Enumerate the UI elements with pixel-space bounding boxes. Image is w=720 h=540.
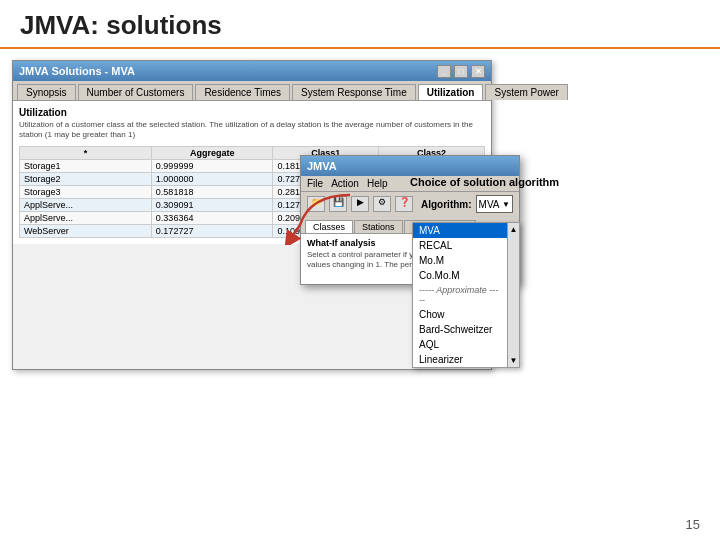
col-header-star: *	[20, 146, 152, 159]
algorithm-dropdown-list[interactable]: MVARECALMo.MCo.Mo.M----- Approximate ---…	[412, 222, 520, 368]
algo-popup-title: JMVA	[307, 160, 337, 172]
maximize-icon: □	[459, 67, 464, 76]
minimize-icon: _	[442, 67, 446, 76]
section-desc: Utilization of a customer class at the s…	[19, 120, 485, 141]
algorithm-label: Algorithm:	[421, 199, 472, 210]
dropdown-items: MVARECALMo.MCo.Mo.M----- Approximate ---…	[413, 223, 507, 367]
algo-popup-titlebar: JMVA	[301, 156, 519, 176]
window-controls: _ □ ✕	[437, 65, 485, 78]
window-tabs: Synopsis Number of Customers Residence T…	[13, 81, 491, 101]
tab-number-of-customers[interactable]: Number of Customers	[78, 84, 194, 100]
window-titlebar: JMVA Solutions - MVA _ □ ✕	[13, 61, 491, 81]
page-title: JMVA: solutions	[20, 10, 700, 47]
close-button[interactable]: ✕	[471, 65, 485, 78]
tab-system-power[interactable]: System Power	[485, 84, 567, 100]
dropdown-item[interactable]: Co.Mo.M	[413, 268, 507, 283]
tab-system-response-time[interactable]: System Response Time	[292, 84, 416, 100]
table-cell: Storage2	[20, 172, 152, 185]
dropdown-item[interactable]: Linearizer	[413, 352, 507, 367]
scroll-down-icon[interactable]: ▼	[508, 354, 520, 367]
dropdown-item[interactable]: RECAL	[413, 238, 507, 253]
section-label: Utilization	[19, 107, 485, 118]
arrow-annotation	[280, 185, 360, 249]
toolbar-btn-5[interactable]: ❓	[395, 196, 413, 212]
dropdown-item-selected[interactable]: MVA	[413, 223, 507, 238]
dropdown-item[interactable]: Bard-Schweitzer	[413, 322, 507, 337]
dropdown-item[interactable]: Mo.M	[413, 253, 507, 268]
algorithm-select[interactable]: MVA ▼	[476, 195, 513, 213]
menu-help[interactable]: Help	[367, 178, 388, 189]
table-cell: 0.336364	[151, 211, 273, 224]
window-title: JMVA Solutions - MVA	[19, 65, 135, 77]
choice-label: Choice of solution algorithm	[410, 176, 559, 188]
table-cell: WebServer	[20, 224, 152, 237]
minimize-button[interactable]: _	[437, 65, 451, 78]
table-cell: 0.172727	[151, 224, 273, 237]
tab-residence-times[interactable]: Residence Times	[195, 84, 290, 100]
page-number: 15	[686, 517, 700, 532]
dropdown-separator: ----- Approximate -----	[413, 283, 507, 307]
maximize-button[interactable]: □	[454, 65, 468, 78]
arrow-svg	[280, 185, 360, 245]
dropdown-item[interactable]: Chow	[413, 307, 507, 322]
algo-tab-stations[interactable]: Stations	[354, 220, 403, 233]
table-cell: 0.581818	[151, 185, 273, 198]
tab-synopsis[interactable]: Synopsis	[17, 84, 76, 100]
tab-utilization[interactable]: Utilization	[418, 84, 484, 100]
dropdown-item[interactable]: AQL	[413, 337, 507, 352]
table-cell: 0.999999	[151, 159, 273, 172]
table-cell: 0.309091	[151, 198, 273, 211]
table-cell: ApplServe...	[20, 198, 152, 211]
algorithm-value: MVA	[479, 199, 500, 210]
table-cell: 1.000000	[151, 172, 273, 185]
close-icon: ✕	[475, 67, 482, 76]
dropdown-scrollbar[interactable]: ▲ ▼	[507, 223, 519, 367]
table-cell: ApplServe...	[20, 211, 152, 224]
col-header-aggregate: Aggregate	[151, 146, 273, 159]
scroll-up-icon[interactable]: ▲	[508, 223, 520, 236]
toolbar-btn-4[interactable]: ⚙	[373, 196, 391, 212]
table-cell: Storage3	[20, 185, 152, 198]
dropdown-arrow-icon: ▼	[502, 200, 510, 209]
table-cell: Storage1	[20, 159, 152, 172]
